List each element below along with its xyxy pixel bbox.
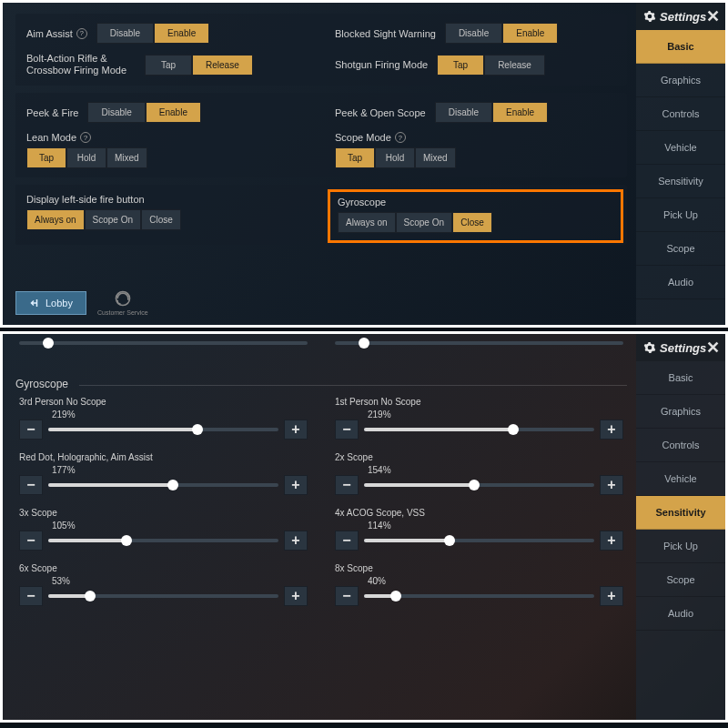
option-enable[interactable]: Enable — [146, 102, 201, 123]
option-hold[interactable]: Hold — [375, 147, 415, 168]
slider-thumb[interactable] — [192, 424, 203, 435]
nav-item-audio[interactable]: Audio — [636, 266, 725, 299]
increase-button[interactable]: + — [600, 475, 623, 495]
option-release[interactable]: Release — [484, 55, 545, 76]
close-icon[interactable]: ✕ — [706, 8, 720, 25]
option-enable[interactable]: Enable — [492, 102, 548, 123]
slider-thumb[interactable] — [121, 535, 132, 546]
option-disable[interactable]: Disable — [87, 102, 145, 123]
slider-track[interactable] — [364, 539, 594, 542]
increase-button[interactable]: + — [284, 586, 308, 606]
option-close[interactable]: Close — [141, 209, 181, 230]
nav-item-sensitivity[interactable]: Sensitivity — [636, 496, 725, 530]
slider-track[interactable] — [364, 428, 594, 431]
decrease-button[interactable]: − — [19, 475, 43, 495]
row-peek-open-scope: Peek & Open Scope DisableEnable — [335, 102, 616, 123]
decrease-button[interactable]: − — [19, 531, 43, 551]
row-peek-fire: Peek & Fire DisableEnable — [26, 102, 308, 123]
slider-thumb[interactable] — [508, 424, 519, 435]
slider-thumb[interactable] — [167, 480, 178, 490]
slider-track[interactable] — [48, 594, 278, 598]
option-mixed[interactable]: Mixed — [415, 147, 456, 168]
toggle-bolt-action: TapRelease — [145, 55, 253, 76]
increase-button[interactable]: + — [284, 475, 308, 495]
nav-item-scope[interactable]: Scope — [636, 563, 725, 597]
decrease-button[interactable]: − — [335, 586, 359, 606]
label-lean-mode: Lean Mode — [26, 132, 76, 143]
option-disable[interactable]: Disable — [96, 23, 154, 44]
nav-item-audio[interactable]: Audio — [636, 597, 725, 631]
increase-button[interactable]: + — [600, 420, 623, 440]
decrease-button[interactable]: − — [335, 531, 359, 551]
toggle-gyroscope: Always onScope OnClose — [338, 212, 613, 233]
increase-button[interactable]: + — [600, 586, 623, 606]
option-hold[interactable]: Hold — [66, 147, 106, 168]
decrease-button[interactable]: − — [335, 420, 359, 440]
nav-item-basic[interactable]: Basic — [636, 30, 725, 64]
option-tap[interactable]: Tap — [145, 55, 192, 76]
slider-thumb[interactable] — [43, 338, 54, 349]
increase-button[interactable]: + — [600, 531, 623, 551]
slider-thumb[interactable] — [85, 591, 96, 602]
settings-sidebar: Settings ✕ BasicGraphicsControlsVehicleS… — [636, 3, 725, 325]
slider-thumb[interactable] — [444, 535, 455, 546]
option-scope-on[interactable]: Scope On — [85, 209, 141, 230]
slider-4x-acog-scope-vss: 4x ACOG Scope, VSS114%−+ — [335, 508, 623, 551]
slider-track[interactable] — [48, 483, 278, 487]
option-disable[interactable]: Disable — [435, 102, 492, 123]
help-icon[interactable]: ? — [395, 132, 406, 143]
slider-red-dot-holographic-aim-assist: Red Dot, Holographic, Aim Assist177%−+ — [19, 452, 308, 495]
slider-track[interactable] — [48, 539, 278, 542]
option-disable[interactable]: Disable — [445, 23, 502, 44]
slider-thumb[interactable] — [359, 338, 369, 349]
slider-1st-person-no-scope: 1st Person No Scope219%−+ — [335, 397, 623, 440]
help-icon[interactable]: ? — [80, 132, 91, 143]
nav-item-basic[interactable]: Basic — [636, 361, 725, 395]
nav-item-vehicle[interactable]: Vehicle — [636, 462, 725, 496]
slider-label: 3x Scope — [19, 508, 308, 518]
option-tap[interactable]: Tap — [335, 147, 375, 168]
panel-general: Aim Assist ? DisableEnable Blocked Sight… — [15, 14, 627, 86]
slider-label: 6x Scope — [19, 563, 308, 573]
decrease-button[interactable]: − — [335, 475, 359, 495]
toggle-scope-mode: TapHoldMixed — [335, 147, 616, 168]
nav-item-graphics[interactable]: Graphics — [636, 64, 725, 97]
nav-item-pick-up[interactable]: Pick Up — [636, 530, 725, 563]
option-enable[interactable]: Enable — [154, 23, 209, 44]
increase-button[interactable]: + — [284, 420, 308, 440]
decrease-button[interactable]: − — [19, 420, 43, 440]
option-close[interactable]: Close — [452, 212, 492, 233]
option-scope-on[interactable]: Scope On — [396, 212, 452, 233]
slider-track[interactable] — [364, 483, 594, 487]
nav-item-sensitivity[interactable]: Sensitivity — [636, 165, 725, 198]
nav-item-scope[interactable]: Scope — [636, 232, 725, 266]
option-mixed[interactable]: Mixed — [106, 147, 147, 168]
nav-item-vehicle[interactable]: Vehicle — [636, 131, 725, 165]
label-scope-mode: Scope Mode — [335, 132, 391, 143]
nav-item-graphics[interactable]: Graphics — [636, 395, 725, 429]
customer-service-button[interactable]: Customer Service — [97, 289, 148, 316]
decrease-button[interactable]: − — [19, 586, 43, 606]
slider-label: 8x Scope — [335, 563, 623, 573]
nav-item-controls[interactable]: Controls — [636, 429, 725, 462]
slider-thumb[interactable] — [390, 591, 401, 602]
option-tap[interactable]: Tap — [437, 55, 484, 76]
row-lean-mode: Lean Mode? TapHoldMixed — [26, 132, 308, 168]
nav-item-controls[interactable]: Controls — [636, 97, 725, 131]
slider-value: 219% — [52, 410, 308, 420]
option-enable[interactable]: Enable — [502, 23, 558, 44]
row-gyroscope: Gyroscope Always onScope OnClose — [338, 197, 613, 233]
increase-button[interactable]: + — [284, 531, 308, 551]
nav-item-pick-up[interactable]: Pick Up — [636, 198, 725, 232]
close-icon[interactable]: ✕ — [706, 339, 720, 356]
lobby-button[interactable]: Lobby — [15, 291, 86, 315]
option-release[interactable]: Release — [192, 55, 253, 76]
option-tap[interactable]: Tap — [26, 147, 66, 168]
slider-track[interactable] — [364, 594, 594, 598]
option-always-on[interactable]: Always on — [26, 209, 85, 230]
slider-thumb[interactable] — [469, 480, 480, 490]
help-icon[interactable]: ? — [76, 28, 87, 39]
toggle-lean-mode: TapHoldMixed — [26, 147, 308, 168]
option-always-on[interactable]: Always on — [338, 212, 396, 233]
slider-track[interactable] — [48, 428, 278, 431]
